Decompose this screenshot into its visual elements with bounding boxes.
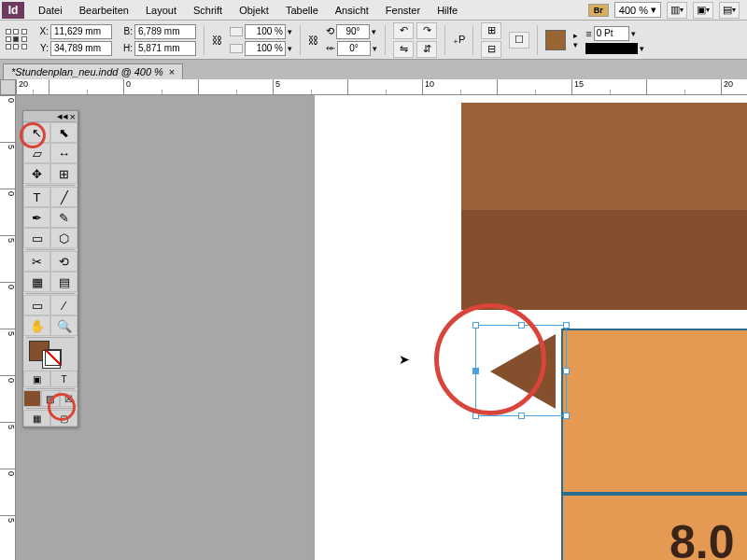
menu-hilfe[interactable]: Hilfe bbox=[429, 5, 466, 16]
eyedropper-tool[interactable]: ⁄ bbox=[50, 295, 78, 315]
cursor-icon: ➤ bbox=[399, 352, 410, 367]
align-icon[interactable]: ⊞ bbox=[481, 22, 501, 39]
h-label: H: bbox=[120, 43, 133, 53]
brown-rectangle-dark[interactable] bbox=[461, 210, 747, 310]
menu-objekt[interactable]: Objekt bbox=[231, 5, 277, 16]
pencil-tool[interactable]: ✎ bbox=[50, 207, 78, 228]
apply-color-icon[interactable] bbox=[23, 390, 41, 407]
distribute-icon[interactable]: ⊟ bbox=[481, 41, 501, 58]
rectangle-frame-tool[interactable]: ▭ bbox=[23, 228, 50, 248]
rotate-cw-icon[interactable]: ↷ bbox=[416, 22, 437, 39]
content-collector-tool[interactable]: ✥ bbox=[23, 163, 50, 184]
collapse-icon[interactable]: ◂◂ bbox=[57, 110, 68, 122]
rotate-icon: ⟲ bbox=[326, 25, 334, 37]
pen-tool[interactable]: ✒ bbox=[23, 207, 50, 228]
shear-icon: ⬰ bbox=[326, 42, 335, 54]
gap-tool[interactable]: ↔ bbox=[50, 143, 78, 163]
rotate-input[interactable] bbox=[336, 24, 370, 39]
zoom-tool[interactable]: 🔍 bbox=[50, 315, 78, 336]
gradient-feather-tool[interactable]: ▤ bbox=[50, 272, 78, 292]
polygon-tool[interactable]: ⬡ bbox=[50, 228, 78, 248]
x-input[interactable] bbox=[50, 24, 112, 39]
apply-none-icon[interactable]: ☒ bbox=[60, 390, 78, 407]
note-tool[interactable]: ▭ bbox=[23, 295, 50, 315]
control-bar: X: Y: B: H: ⛓ ▾ ▾ ⛓ ⟲▾ ⬰▾ ↶ ↷ ⇋ ⇵ ₊P ⊞ ⊟… bbox=[0, 21, 747, 60]
constrain-icon[interactable]: ⛓ bbox=[212, 35, 222, 46]
menu-tabelle[interactable]: Tabelle bbox=[277, 5, 327, 16]
chevron-down-icon: ▾ bbox=[651, 4, 656, 16]
line-tool[interactable]: ╱ bbox=[50, 187, 78, 207]
y-input[interactable] bbox=[50, 41, 112, 56]
stroke-weight-icon: ≡ bbox=[585, 28, 591, 39]
content-placer-tool[interactable]: ⊞ bbox=[50, 163, 78, 184]
menu-bar: Id Datei Bearbeiten Layout Schrift Objek… bbox=[0, 0, 747, 21]
panel-header[interactable]: ◂◂× bbox=[23, 111, 78, 122]
chevron-down-icon[interactable]: ▾ bbox=[288, 44, 292, 53]
document-tab-title: *Stundenplan_neu.indd @ 400 % bbox=[11, 66, 163, 77]
preview-view-icon[interactable]: ▢ bbox=[50, 410, 78, 427]
formatting-text-icon[interactable]: T bbox=[50, 371, 78, 387]
zoom-value: 400 % bbox=[619, 5, 648, 16]
menu-bearbeiten[interactable]: Bearbeiten bbox=[71, 5, 137, 16]
chevron-down-icon[interactable]: ▾ bbox=[288, 27, 292, 36]
gradient-swatch-tool[interactable]: ▦ bbox=[23, 272, 50, 292]
formatting-container-icon[interactable]: ▣ bbox=[23, 371, 50, 387]
flip-h-icon[interactable]: ⇋ bbox=[393, 41, 414, 58]
transform-content-icon[interactable]: ₊P bbox=[453, 34, 465, 46]
arrange-icon[interactable]: ▥▾ bbox=[667, 2, 687, 19]
ruler-origin[interactable] bbox=[0, 79, 16, 95]
y-label: Y: bbox=[35, 43, 49, 53]
selection-tool[interactable]: ↖ bbox=[23, 122, 50, 143]
table-divider bbox=[561, 492, 747, 496]
selected-triangle[interactable] bbox=[475, 325, 567, 416]
stroke-style-swatch[interactable] bbox=[585, 43, 638, 54]
menu-ansicht[interactable]: Ansicht bbox=[327, 5, 377, 16]
bridge-button[interactable]: Br bbox=[588, 4, 609, 17]
fill-stroke-proxy[interactable] bbox=[23, 339, 78, 371]
horizontal-ruler[interactable]: 20 0 5 10 15 20 25 bbox=[16, 79, 747, 95]
stroke-color-box[interactable] bbox=[42, 350, 61, 369]
shear-input[interactable] bbox=[337, 41, 371, 56]
flip-v-icon[interactable]: ⇵ bbox=[416, 41, 437, 58]
menu-layout[interactable]: Layout bbox=[137, 5, 185, 16]
w-label: B: bbox=[120, 26, 133, 36]
fill-swatch[interactable] bbox=[545, 30, 566, 50]
scale-y-input[interactable] bbox=[245, 41, 286, 56]
brown-rectangle-light[interactable] bbox=[461, 103, 747, 210]
select-container-icon[interactable]: ☐ bbox=[509, 32, 529, 49]
constrain-icon[interactable]: ⛓ bbox=[308, 35, 318, 46]
direct-selection-tool[interactable]: ⬉ bbox=[50, 122, 78, 143]
canvas[interactable]: 8.0 ➤ bbox=[16, 95, 747, 560]
cell-text: 8.0 bbox=[669, 515, 735, 560]
rotate-ccw-icon[interactable]: ↶ bbox=[393, 22, 414, 39]
close-tab-icon[interactable]: × bbox=[169, 66, 175, 77]
menu-schrift[interactable]: Schrift bbox=[185, 5, 231, 16]
document-tab-bar: *Stundenplan_neu.indd @ 400 % × bbox=[0, 60, 747, 79]
width-input[interactable] bbox=[134, 24, 196, 39]
vertical-ruler[interactable]: 0 5 0 5 0 5 0 5 0 5 bbox=[0, 95, 16, 560]
type-tool[interactable]: T bbox=[23, 187, 50, 207]
document-tab[interactable]: *Stundenplan_neu.indd @ 400 % × bbox=[3, 63, 183, 79]
app-logo: Id bbox=[2, 2, 24, 19]
workspace-icon[interactable]: ▤▾ bbox=[719, 2, 740, 19]
chevron-down-icon[interactable]: ▸▾ bbox=[573, 31, 578, 49]
page-tool[interactable]: ▱ bbox=[23, 143, 50, 163]
hand-tool[interactable]: ✋ bbox=[23, 315, 50, 336]
reference-point-grid[interactable] bbox=[6, 29, 28, 51]
stroke-weight-input[interactable] bbox=[594, 26, 629, 41]
tools-panel[interactable]: ◂◂× ↖ ⬉ ▱ ↔ ✥ ⊞ T ╱ ✒ ✎ ▭ ⬡ ✂ ⟲ ▦ ▤ ▭ ⁄ … bbox=[22, 110, 78, 427]
x-label: X: bbox=[35, 26, 49, 36]
screen-mode-icon[interactable]: ▣▾ bbox=[693, 2, 713, 19]
scissors-tool[interactable]: ✂ bbox=[23, 251, 50, 272]
apply-gradient-icon[interactable]: ▧ bbox=[41, 390, 59, 407]
normal-view-icon[interactable]: ▦ bbox=[23, 410, 50, 427]
menu-datei[interactable]: Datei bbox=[30, 5, 71, 16]
menu-fenster[interactable]: Fenster bbox=[377, 5, 429, 16]
triangle-shape[interactable] bbox=[490, 334, 556, 409]
free-transform-tool[interactable]: ⟲ bbox=[50, 251, 78, 272]
height-input[interactable] bbox=[134, 41, 196, 56]
scale-x-input[interactable] bbox=[245, 24, 286, 39]
zoom-select[interactable]: 400 %▾ bbox=[614, 2, 661, 18]
close-icon[interactable]: × bbox=[70, 111, 76, 122]
